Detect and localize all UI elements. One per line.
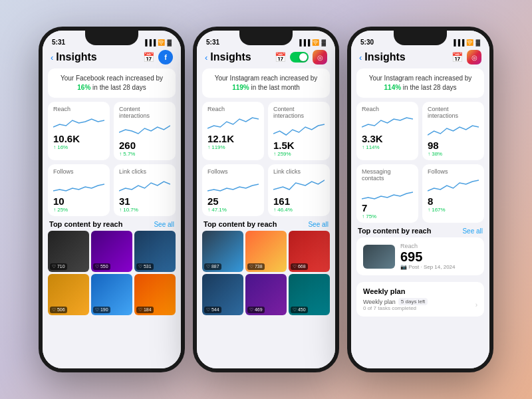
back-icon[interactable]: ‹ [51, 53, 53, 63]
time: 5:31 [52, 39, 65, 46]
battery-icon: ▓ [321, 39, 326, 46]
stat-card-reach: Reach 12.1K ↑ 119% [202, 102, 264, 160]
weekly-plan-row[interactable]: Weekly plan 5 days left 0 of 7 tasks com… [363, 298, 477, 311]
content-thumb-4[interactable]: ♡ 506 [48, 274, 89, 315]
instagram-social-icon-2[interactable]: ◎ [467, 50, 481, 65]
stat-label: Link clicks [273, 168, 325, 175]
stat-value: 1.5K [273, 140, 325, 150]
stat-label: Follows [53, 168, 104, 175]
reach-headline: Your Instagram reach increased by 119% i… [202, 68, 330, 98]
stat-value: 98 [428, 140, 479, 150]
stat-value: 3.3K [362, 134, 413, 144]
post-reach-card[interactable]: Reach 695 📷 Post · Sep 14, 2024 [356, 237, 484, 275]
platform-toggle[interactable] [290, 52, 309, 63]
stat-label: Content interactions [119, 106, 170, 119]
stat-value: 31 [119, 196, 170, 206]
signal-icon: ▐▐▐ [297, 39, 310, 46]
signal-icon: ▐▐▐ [452, 39, 464, 46]
wifi-icon: 🛜 [158, 39, 165, 46]
stat-label: Follows [428, 168, 479, 175]
section-header-3: Top content by reach See all [351, 227, 489, 237]
instagram-social-icon[interactable]: ◎ [313, 50, 327, 65]
stat-card-reach: Reach 10.6K ↑ 16% [48, 102, 110, 160]
time: 5:30 [360, 39, 374, 46]
stat-card-content: Content interactions 1.5K ↑ 259% [268, 102, 330, 160]
stat-value: 10 [53, 196, 104, 206]
thumb-count: ♡ 469 [247, 307, 265, 313]
thumb-count: ♡ 544 [204, 307, 221, 313]
content-thumb-6[interactable]: ♡ 450 [289, 274, 330, 315]
nav-bar: ‹ Insights 📅 f [43, 47, 181, 68]
facebook-social-icon[interactable]: f [158, 50, 173, 65]
stats-grid: Reach 3.3K ↑ 114% Content interactions [356, 102, 484, 223]
weekly-plan-label-row: Weekly plan 5 days left [363, 298, 428, 305]
content-thumb-2[interactable]: ♡ 550 [91, 231, 132, 272]
calendar-icon[interactable]: 📅 [275, 52, 286, 63]
chevron-right-icon: › [475, 301, 477, 309]
thumb-count: ♡ 887 [204, 263, 221, 270]
stat-change: ↑ 114% [362, 144, 413, 150]
tasks-completed: 0 of 7 tasks completed [363, 305, 428, 311]
stat-chart [273, 176, 325, 195]
calendar-icon[interactable]: 📅 [143, 52, 154, 63]
post-thumbnail [363, 245, 395, 269]
stat-card-follows: Follows 8 ↑ 167% [422, 164, 484, 223]
phone-screen: 5:31 ▐▐▐ 🛜 ▓ ‹ Insights 📅 f Your Faceboo… [43, 31, 181, 368]
back-icon[interactable]: ‹ [205, 53, 207, 63]
stat-card-reach: Reach 3.3K ↑ 114% [356, 102, 418, 160]
calendar-icon[interactable]: 📅 [452, 52, 463, 63]
stat-change: ↑ 75% [362, 213, 413, 219]
see-all-button[interactable]: See all [308, 221, 329, 228]
thumb-count: ♡ 506 [50, 307, 67, 313]
facebook-phone: 5:31 ▐▐▐ 🛜 ▓ ‹ Insights 📅 f Your Faceboo… [39, 27, 185, 372]
stat-change: ↑ 10.7% [119, 207, 170, 213]
content-thumb-1[interactable]: ♡ 887 [202, 231, 243, 272]
content-grid: ♡ 710 ♡ 550 ♡ 531 ♡ 506 ♡ 190 ♡ 184 [48, 231, 176, 315]
stat-value: 7 [362, 203, 413, 213]
nav-title: Insights [210, 51, 275, 63]
post-reach-info: Reach 695 📷 Post · Sep 14, 2024 [400, 243, 477, 270]
content-thumb-3[interactable]: ♡ 531 [134, 231, 176, 272]
stat-change: ↑ 5.7% [119, 151, 170, 157]
back-icon[interactable]: ‹ [359, 53, 362, 63]
stat-value: 12.1K [207, 134, 259, 144]
content-thumb-1[interactable]: ♡ 710 [48, 231, 89, 272]
content-thumb-3[interactable]: ♡ 668 [289, 231, 330, 272]
nav-title: Insights [56, 51, 143, 63]
thumb-count: ♡ 450 [291, 307, 308, 313]
time: 5:31 [206, 39, 219, 46]
see-all-button[interactable]: See all [154, 221, 174, 228]
thumb-count: ♡ 184 [136, 307, 154, 313]
stat-label: Reach [362, 106, 413, 112]
stat-label: Content interactions [428, 106, 479, 119]
nav-icons: 📅 f [143, 50, 173, 65]
stat-chart [273, 120, 325, 139]
instagram-phone-2: 5:30 ▐▐▐ 🛜 ▓ ‹ Insights 📅 ◎ Your Instagr… [347, 27, 493, 372]
content-thumb-5[interactable]: ♡ 469 [245, 274, 287, 315]
stat-change: ↑ 46.4% [273, 207, 325, 213]
content-thumb-4[interactable]: ♡ 544 [202, 274, 243, 315]
content-thumb-5[interactable]: ♡ 190 [91, 274, 132, 315]
content-thumb-6[interactable]: ♡ 184 [134, 274, 176, 315]
nav-title: Insights [364, 51, 452, 63]
phones-container: 5:31 ▐▐▐ 🛜 ▓ ‹ Insights 📅 f Your Faceboo… [39, 27, 493, 372]
stat-chart [428, 176, 479, 195]
stat-change: ↑ 16% [53, 144, 104, 150]
status-icons: ▐▐▐ 🛜 ▓ [452, 39, 480, 46]
stat-value: 25 [207, 196, 259, 206]
stat-chart [119, 176, 170, 195]
section-title-3: Top content by reach [358, 227, 431, 235]
content-thumb-2[interactable]: ♡ 738 [245, 231, 287, 272]
section-header: Top content by reach See all [197, 220, 335, 231]
stat-label: Reach [207, 106, 259, 112]
see-all-button-3[interactable]: See all [462, 227, 483, 235]
thumb-count: ♡ 190 [93, 307, 110, 313]
stat-card-content: Content interactions 98 ↑ 38% [422, 102, 484, 160]
thumb-count: ♡ 531 [136, 263, 154, 270]
stat-value: 10.6K [53, 134, 104, 144]
instagram-phone-1: 5:31 ▐▐▐ 🛜 ▓ ‹ Insights 📅 ◎ [193, 27, 339, 372]
reach-headline: Your Instagram reach increased by 114% i… [356, 68, 484, 98]
reach-headline: Your Facebook reach increased by 16% in … [48, 68, 176, 98]
stat-change: ↑ 25% [53, 207, 104, 213]
stat-label: Reach [53, 106, 104, 112]
